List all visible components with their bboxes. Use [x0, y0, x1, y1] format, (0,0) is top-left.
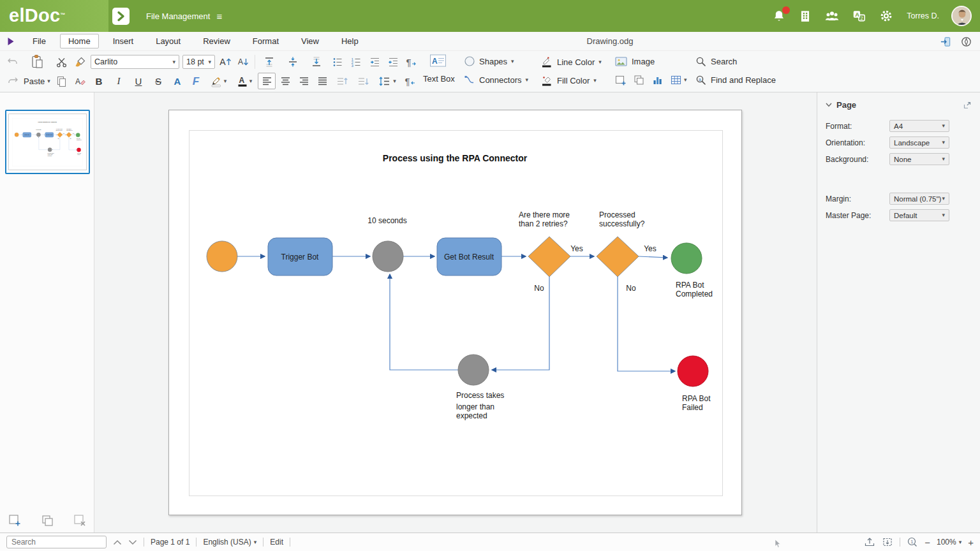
line-color-button[interactable]: Line Color ▾	[540, 55, 602, 68]
search-prev-button[interactable]	[113, 540, 122, 545]
collabora-logo-icon[interactable]	[6, 36, 16, 47]
background-select[interactable]: None ▾	[889, 153, 949, 165]
justify-button[interactable]	[313, 73, 331, 89]
chevron-down-icon[interactable]: ▾	[942, 123, 945, 129]
align-center-button[interactable]	[276, 73, 294, 89]
drawing-canvas[interactable]	[94, 92, 817, 533]
menu-insert[interactable]: Insert	[105, 34, 142, 48]
paste-dropdown[interactable]: Paste ▾	[22, 73, 52, 89]
align-left-button[interactable]	[258, 73, 276, 89]
fit-page-icon[interactable]	[882, 537, 893, 547]
page-panel-header[interactable]: Page	[826, 100, 972, 110]
flowchart[interactable]	[169, 110, 743, 516]
text-box-button[interactable]: A	[429, 54, 447, 68]
increase-indent-button[interactable]	[366, 54, 383, 70]
center-vertically-button[interactable]	[281, 54, 304, 70]
find-replace-button[interactable]: a Find and Replace	[695, 74, 776, 86]
align-right-button[interactable]	[295, 73, 313, 89]
notifications-button[interactable]	[772, 9, 786, 23]
menu-review[interactable]: Review	[195, 34, 239, 48]
edit-mode-indicator[interactable]: Edit	[270, 538, 283, 547]
page-thumbnail-selected[interactable]	[5, 110, 90, 174]
clone-formatting-button[interactable]	[71, 54, 89, 70]
close-document-icon[interactable]	[940, 36, 952, 48]
align-top-button[interactable]	[258, 54, 281, 70]
chevron-down-icon[interactable]: ▾	[942, 156, 945, 162]
chevron-down-icon[interactable]: ▾	[172, 59, 175, 65]
chevron-down-icon[interactable]: ▾	[208, 59, 211, 65]
settings-button[interactable]	[879, 9, 893, 23]
menu-file[interactable]: File	[24, 34, 54, 48]
bullet-list-button[interactable]	[329, 54, 346, 70]
statusbar-search-input[interactable]	[6, 536, 107, 548]
line-spacing-button[interactable]: ▾	[374, 73, 401, 89]
new-page-icon[interactable]	[8, 513, 22, 527]
chevron-down-icon[interactable]: ▾	[254, 540, 257, 545]
panel-dialog-launcher[interactable]	[963, 101, 972, 110]
chevron-down-icon[interactable]: ▾	[249, 78, 253, 84]
numbered-list-button[interactable]: 123	[347, 54, 365, 70]
chevron-down-icon[interactable]: ▾	[598, 59, 602, 65]
cut-button[interactable]	[52, 54, 70, 70]
module-menu-icon[interactable]: ≡	[216, 11, 222, 21]
user-avatar[interactable]	[951, 6, 972, 26]
redo-button[interactable]	[4, 73, 22, 89]
orientation-select[interactable]: Landscape ▾	[889, 136, 949, 149]
compass-icon[interactable]	[960, 36, 972, 48]
font-color-button[interactable]: A ▾	[232, 73, 257, 89]
italic-button[interactable]: I	[109, 73, 128, 89]
menu-view[interactable]: View	[293, 34, 327, 48]
delete-page-icon[interactable]	[73, 513, 87, 527]
strikethrough-button[interactable]: S	[149, 73, 168, 89]
zoom-level[interactable]: 100% ▾	[937, 538, 961, 547]
undo-button[interactable]	[4, 54, 22, 70]
align-bottom-button[interactable]	[305, 54, 328, 70]
bold-button[interactable]: B	[89, 73, 108, 89]
copy-button[interactable]	[52, 73, 70, 89]
users-button[interactable]	[824, 9, 840, 23]
module-tab-file-management[interactable]: File Management ≡	[146, 11, 222, 21]
search-button[interactable]: Search	[695, 55, 737, 68]
menu-home[interactable]: Home	[60, 34, 99, 48]
chevron-down-icon[interactable]: ▾	[224, 78, 227, 84]
document-name[interactable]: Drawing.odg	[587, 36, 634, 46]
move-up-button[interactable]	[332, 73, 352, 89]
chevron-down-icon[interactable]: ▾	[525, 77, 528, 83]
app-logo[interactable]: elDoc™	[9, 5, 66, 26]
duplicate-page-icon[interactable]	[40, 513, 54, 527]
move-down-button[interactable]	[353, 73, 373, 89]
language-button[interactable]: 2 A	[852, 9, 867, 23]
chevron-down-icon[interactable]: ▾	[942, 212, 945, 218]
chevron-down-icon[interactable]: ▾	[393, 78, 396, 84]
menu-format[interactable]: Format	[244, 34, 287, 48]
search-next-button[interactable]	[128, 540, 137, 545]
shrink-font-button[interactable]: A	[235, 54, 252, 70]
chevron-down-icon[interactable]: ▾	[511, 59, 514, 64]
zoom-reset-icon[interactable]: 1	[907, 536, 918, 548]
expand-panel-button[interactable]	[112, 8, 130, 25]
text-box-label[interactable]: Text Box	[423, 74, 455, 84]
drawing-page[interactable]	[168, 110, 742, 515]
paste-button[interactable]	[22, 54, 52, 70]
underline-button[interactable]: U	[129, 73, 148, 89]
insert-table-button[interactable]: ▾	[670, 74, 687, 86]
menu-help[interactable]: Help	[333, 34, 367, 48]
insert-image-button[interactable]: Image	[614, 55, 655, 68]
margin-select[interactable]: Normal (0.75") ▾	[889, 193, 949, 205]
organization-button[interactable]	[798, 9, 812, 23]
user-name[interactable]: Torres D.	[907, 11, 939, 20]
text-shadow-button[interactable]: A	[168, 73, 186, 89]
zoom-in-button[interactable]: +	[968, 538, 974, 547]
fontwork-button[interactable]: F	[187, 73, 205, 89]
clear-formatting-button[interactable]: A	[71, 73, 89, 89]
font-name-combo[interactable]: Carlito ▾	[89, 54, 181, 70]
fill-color-button[interactable]: Fill Color ▾	[540, 74, 597, 87]
font-size-combo[interactable]: 18 pt ▾	[181, 54, 216, 70]
chevron-down-icon[interactable]: ▾	[942, 140, 945, 145]
chevron-down-icon[interactable]: ▾	[47, 78, 50, 84]
text-direction-rtl-button[interactable]: ¶	[401, 73, 419, 89]
chevron-down-icon[interactable]: ▾	[959, 540, 962, 545]
format-select[interactable]: A4 ▾	[889, 120, 949, 132]
grow-font-button[interactable]: A	[217, 54, 234, 70]
zoom-out-button[interactable]: −	[924, 538, 930, 547]
